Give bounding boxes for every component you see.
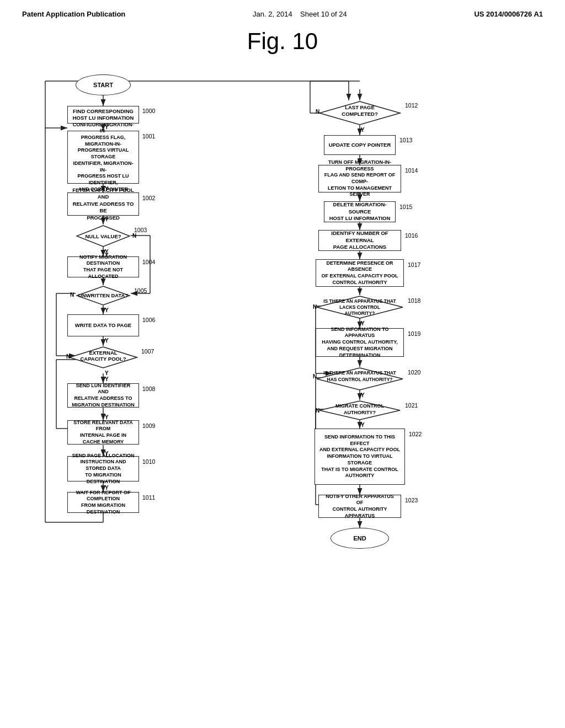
- node-1023: NOTIFY OTHER APPARATUS OF CONTROL AUTHOR…: [318, 495, 401, 518]
- label-1021: 1021: [405, 402, 418, 409]
- node-1012: LAST PAGE COMPLETED?: [318, 100, 401, 126]
- label-1009: 1009: [142, 422, 155, 429]
- label-1014: 1014: [405, 167, 418, 174]
- flowchart-diagram: START FIND CORRESPONDING HOST LU INFORMA…: [18, 65, 547, 704]
- svg-text:IS THERE AN APPARATUS THAT: IS THERE AN APPARATUS THAT: [323, 298, 396, 304]
- label-1007: 1007: [141, 348, 154, 355]
- label-1013: 1013: [399, 137, 412, 143]
- node-start: START: [76, 74, 131, 95]
- label-1020: 1020: [408, 369, 420, 376]
- svg-text:UNWRITTEN DATA?: UNWRITTEN DATA?: [78, 292, 129, 298]
- node-1002: FETCH CAPACITY POOL AND RELATIVE ADDRESS…: [67, 192, 139, 216]
- node-1005: UNWRITTEN DATA?: [76, 285, 131, 306]
- node-1015: DELETE MIGRATION-SOURCE HOST LU INFORMAT…: [324, 201, 396, 222]
- node-end: END: [331, 528, 389, 549]
- label-1017: 1017: [408, 261, 420, 268]
- node-1006: WRITE DATA TO PAGE: [67, 314, 139, 336]
- label-1023: 1023: [405, 497, 418, 504]
- node-1009: STORE RELEVANT DATA FROM INTERNAL PAGE I…: [67, 420, 139, 445]
- node-1021: MIGRATE CONTROL AUTHORITY?: [318, 400, 401, 421]
- label-1022: 1022: [409, 431, 422, 437]
- label-1000: 1000: [142, 108, 155, 114]
- node-1017: DETERMINE PRESENCE OR ABSENCE OF EXTERNA…: [316, 259, 404, 287]
- label-1006: 1006: [142, 317, 155, 323]
- header-publication: Patent Application Publication: [22, 10, 125, 18]
- svg-text:EXTERNAL: EXTERNAL: [89, 350, 117, 356]
- label-1016: 1016: [405, 232, 418, 239]
- label-1019: 1019: [408, 330, 420, 337]
- node-1019: SEND INFORMATION TO APPARATUS HAVING CON…: [316, 328, 404, 357]
- label-1002: 1002: [142, 195, 155, 201]
- svg-text:IS THERE AN APPARATUS THAT: IS THERE AN APPARATUS THAT: [323, 370, 396, 376]
- svg-text:CAPACITY POOL?: CAPACITY POOL?: [80, 356, 126, 362]
- node-1010: SEND PAGE ALLOCATION INSTRUCTION AND STO…: [67, 456, 139, 481]
- node-1018: IS THERE AN APPARATUS THAT LACKS CONTROL…: [316, 295, 404, 319]
- label-1015: 1015: [399, 204, 412, 210]
- node-1008: SEND LUN IDENTIFIER AND RELATIVE ADDRESS…: [67, 383, 139, 408]
- label-1008: 1008: [142, 386, 155, 392]
- svg-text:HAS CONTROL AUTHORITY?: HAS CONTROL AUTHORITY?: [327, 377, 393, 382]
- label-1001: 1001: [142, 133, 155, 140]
- page-header: Patent Application Publication Jan. 2, 2…: [0, 0, 565, 23]
- node-1000: FIND CORRESPONDING HOST LU INFORMATION: [67, 106, 139, 124]
- node-1016: IDENTIFY NUMBER OF EXTERNAL PAGE ALLOCAT…: [318, 230, 401, 251]
- svg-text:COMPLETED?: COMPLETED?: [342, 111, 378, 117]
- header-patent: US 2014/0006726 A1: [474, 10, 543, 18]
- svg-text:AUTHORITY?: AUTHORITY?: [345, 311, 375, 316]
- label-1005: 1005: [134, 287, 147, 294]
- node-1011: WAIT FOR REPORT OF COMPLETION FROM MIGRA…: [67, 492, 139, 513]
- label-1018: 1018: [408, 297, 420, 304]
- svg-text:NULL VALUE?: NULL VALUE?: [85, 233, 121, 239]
- figure-title: Fig. 10: [0, 28, 565, 55]
- node-1003: NULL VALUE?: [76, 224, 131, 248]
- node-1001: CONFIGURE MIGRATION-IN- PROGRESS FLAG, M…: [67, 131, 139, 184]
- node-1020: IS THERE AN APPARATUS THAT HAS CONTROL A…: [316, 367, 404, 391]
- svg-text:LAST PAGE: LAST PAGE: [345, 104, 375, 110]
- node-1014: TURN OFF MIGRATION-IN-PROGRESS FLAG AND …: [318, 165, 401, 192]
- header-date-sheet: Jan. 2, 2014 Sheet 10 of 24: [253, 10, 347, 18]
- svg-text:LACKS CONTROL: LACKS CONTROL: [339, 304, 380, 310]
- node-1004: NOTIFY MIGRATION DESTINATION THAT PAGE N…: [67, 256, 139, 277]
- label-1011: 1011: [142, 494, 155, 501]
- label-1012: 1012: [405, 102, 418, 109]
- label-1010: 1010: [142, 458, 155, 465]
- label-1004: 1004: [142, 259, 155, 265]
- node-1007: EXTERNAL CAPACITY POOL?: [68, 346, 138, 369]
- svg-text:AUTHORITY?: AUTHORITY?: [344, 410, 376, 415]
- node-1013: UPDATE COPY POINTER: [324, 135, 396, 155]
- svg-text:MIGRATE CONTROL: MIGRATE CONTROL: [335, 403, 384, 409]
- node-1022: SEND INFORMATION TO THIS EFFECT AND EXTE…: [315, 429, 405, 485]
